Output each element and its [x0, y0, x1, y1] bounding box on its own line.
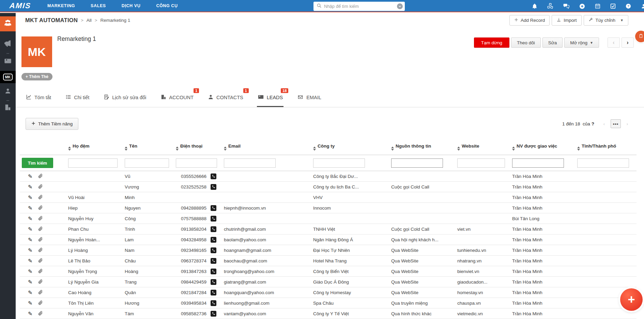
- column-header[interactable]: Tên: [123, 140, 174, 155]
- sidebar-item-person[interactable]: [4, 87, 12, 96]
- phone-icon[interactable]: [211, 216, 216, 222]
- app-logo[interactable]: AMIS: [9, 1, 32, 10]
- paperclip-icon[interactable]: [38, 184, 43, 190]
- paperclip-icon[interactable]: [38, 247, 43, 254]
- edit-button[interactable]: Sửa: [542, 37, 563, 48]
- filter-input-8[interactable]: [577, 158, 629, 168]
- pencil-icon[interactable]: ✎: [28, 310, 32, 317]
- paperclip-icon[interactable]: [38, 194, 43, 201]
- pencil-icon[interactable]: ✎: [28, 173, 32, 180]
- chat-icon[interactable]: [563, 3, 570, 10]
- tab-chi-tiết[interactable]: Chi tiết: [65, 87, 90, 107]
- next-record-button[interactable]: ›: [622, 37, 634, 48]
- tab-tóm-tắt[interactable]: Tóm tắt: [25, 87, 52, 107]
- filter-input-4[interactable]: [313, 158, 365, 168]
- breadcrumb-current[interactable]: Remarketing 1: [100, 18, 130, 23]
- pencil-icon[interactable]: ✎: [28, 268, 32, 275]
- clipboard-widget-button[interactable]: [635, 31, 644, 42]
- paperclip-icon[interactable]: [38, 289, 43, 296]
- add-tag-button[interactable]: + Thêm Thẻ: [21, 73, 52, 80]
- column-header[interactable]: Họ đệm: [66, 140, 123, 155]
- pencil-icon[interactable]: ✎: [28, 247, 32, 254]
- pause-button[interactable]: Tạm dừng: [474, 37, 509, 48]
- calendar-icon[interactable]: [595, 3, 601, 9]
- column-header[interactable]: Website: [455, 140, 510, 155]
- column-header[interactable]: NV được giao việc: [510, 140, 575, 155]
- filter-input-6[interactable]: [457, 158, 505, 168]
- sidebar-item-marketing[interactable]: [4, 40, 12, 49]
- column-header[interactable]: Tỉnh/Thành phố: [575, 140, 637, 155]
- tab-leads[interactable]: LEADS18: [257, 87, 284, 107]
- phone-icon[interactable]: [211, 258, 216, 264]
- chevron-down-circle-icon[interactable]: [397, 3, 403, 9]
- sidebar-item-organization[interactable]: [4, 104, 12, 112]
- follow-button[interactable]: Theo dõi: [511, 37, 541, 48]
- tab-lịch-sử-sửa-đổi[interactable]: Lịch sử sửa đổi: [103, 87, 147, 107]
- topnav-item-sales[interactable]: SALES: [91, 3, 106, 8]
- modules-cubes-icon[interactable]: [547, 3, 554, 10]
- add-record-button[interactable]: Add Record: [509, 15, 550, 26]
- user-icon[interactable]: [641, 3, 644, 9]
- sidebar-item-group[interactable]: [0, 16, 16, 31]
- pencil-icon[interactable]: ✎: [28, 226, 32, 232]
- topnav-item-dịch-vụ[interactable]: DỊCH VỤ: [122, 3, 141, 8]
- tab-account[interactable]: ACCOUNT1: [160, 87, 194, 107]
- page-next-button[interactable]: ›: [622, 119, 632, 128]
- pencil-icon[interactable]: ✎: [28, 184, 32, 190]
- prev-record-button[interactable]: ‹: [608, 37, 620, 48]
- add-lead-button[interactable]: Thêm Tiềm năng: [26, 118, 78, 130]
- filter-input-1[interactable]: [125, 158, 169, 168]
- filter-input-3[interactable]: [224, 158, 276, 168]
- phone-icon[interactable]: [211, 205, 216, 211]
- filter-input-2[interactable]: [176, 158, 217, 168]
- column-header[interactable]: Điện thoại: [174, 140, 222, 155]
- tab-email[interactable]: EMAIL: [296, 87, 322, 107]
- phone-icon[interactable]: [211, 237, 216, 243]
- tab-contacts[interactable]: CONTACTS1: [207, 87, 244, 107]
- paperclip-icon[interactable]: [38, 268, 43, 275]
- pencil-icon[interactable]: ✎: [28, 279, 32, 285]
- phone-icon[interactable]: [211, 184, 216, 190]
- filter-input-5[interactable]: [391, 158, 443, 168]
- floating-add-button[interactable]: +: [620, 288, 643, 311]
- phone-icon[interactable]: [211, 311, 216, 317]
- phone-icon[interactable]: [211, 290, 216, 295]
- column-header[interactable]: Nguồn thông tin: [389, 140, 455, 155]
- help-icon[interactable]: ?: [625, 3, 631, 9]
- breadcrumb-all[interactable]: All: [87, 18, 92, 23]
- tasks-check-icon[interactable]: [610, 3, 616, 9]
- plus-circle-icon[interactable]: [579, 3, 585, 10]
- paperclip-icon[interactable]: [38, 300, 43, 306]
- page-more-button[interactable]: •••: [611, 119, 621, 128]
- paperclip-icon[interactable]: [38, 258, 43, 264]
- bell-icon[interactable]: [532, 3, 538, 9]
- expand-button[interactable]: Mở rộng▼: [564, 37, 599, 48]
- pencil-icon[interactable]: ✎: [28, 258, 32, 264]
- phone-icon[interactable]: [211, 300, 216, 306]
- paperclip-icon[interactable]: [38, 279, 43, 285]
- pencil-icon[interactable]: ✎: [28, 215, 32, 222]
- customize-button[interactable]: Tùy chỉnh ▼: [584, 15, 628, 26]
- topnav-item-công-cụ[interactable]: CÔNG CỤ: [156, 3, 178, 8]
- phone-icon[interactable]: [211, 226, 216, 232]
- pencil-icon[interactable]: ✎: [28, 194, 32, 201]
- import-button[interactable]: Import: [552, 15, 581, 26]
- pencil-icon[interactable]: ✎: [28, 289, 32, 296]
- column-header[interactable]: Công ty: [311, 140, 389, 155]
- search-input[interactable]: [324, 4, 397, 9]
- page-prev-button[interactable]: ‹: [599, 119, 609, 128]
- phone-icon[interactable]: [211, 279, 216, 285]
- paperclip-icon[interactable]: [38, 205, 43, 211]
- phone-icon[interactable]: [211, 269, 216, 274]
- paperclip-icon[interactable]: [38, 173, 43, 180]
- column-header[interactable]: Email: [222, 140, 311, 155]
- paperclip-icon[interactable]: [38, 215, 43, 222]
- paperclip-icon[interactable]: [38, 226, 43, 232]
- filter-input-7[interactable]: [512, 158, 564, 168]
- phone-icon[interactable]: [211, 173, 216, 179]
- paperclip-icon[interactable]: [38, 237, 43, 243]
- search-button[interactable]: Tìm kiếm: [22, 158, 53, 168]
- sidebar-item-mk[interactable]: MK: [0, 71, 16, 83]
- sidebar-item-contacts[interactable]: [4, 57, 12, 66]
- paperclip-icon[interactable]: [38, 310, 43, 317]
